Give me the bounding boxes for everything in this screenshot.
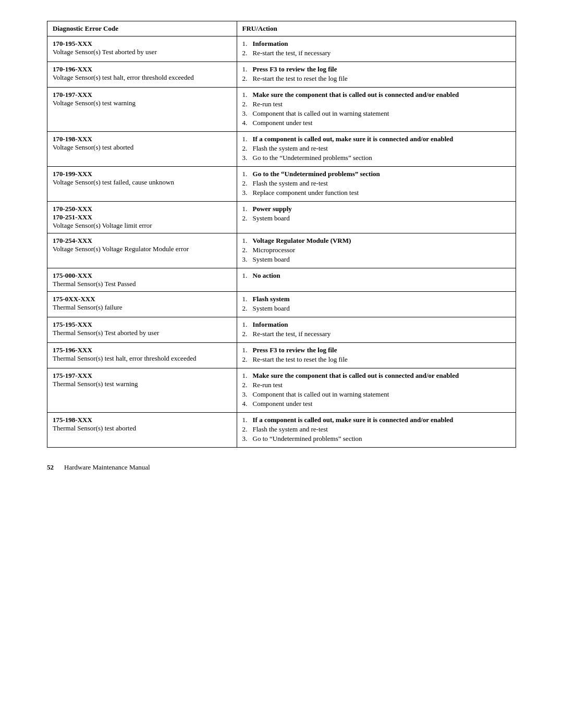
action-text: Go to the “Undetermined problems” sectio… — [253, 170, 510, 178]
table-row: 170-195-XXXVoltage Sensor(s) Test aborte… — [47, 36, 516, 62]
action-text: Component under test — [253, 119, 510, 127]
action-number: 1. — [242, 272, 251, 280]
action-text: Component under test — [253, 400, 510, 408]
error-code: 170-195-XXX — [53, 40, 92, 47]
fru-action-item: 2.System board — [242, 304, 510, 313]
action-number: 1. — [242, 91, 251, 99]
fru-action-list: 1.Press F3 to review the log file2.Re-st… — [242, 346, 510, 364]
action-number: 1. — [242, 372, 251, 380]
fru-action-item: 2.Re-run test — [242, 381, 510, 389]
footer: 52 Hardware Maintenance Manual — [47, 463, 516, 472]
fru-action-list: 1.Voltage Regulator Module (VRM)2.Microp… — [242, 237, 510, 264]
action-number: 1. — [242, 320, 251, 329]
action-number: 4. — [242, 400, 251, 408]
error-description: Thermal Sensor(s) test aborted — [53, 424, 136, 432]
fru-action-cell: 1.Information2.Re-start the test, if nec… — [237, 317, 516, 343]
fru-action-list: 1.Flash system2.System board — [242, 295, 510, 313]
action-number: 1. — [242, 170, 251, 178]
fru-action-list: 1.Information2.Re-start the test, if nec… — [242, 40, 510, 57]
action-number: 3. — [242, 390, 251, 399]
error-code-cell: 170-250-XXX170-251-XXXVoltage Sensor(s) … — [47, 202, 237, 233]
fru-action-cell: 1.Go to the “Undetermined problems” sect… — [237, 167, 516, 202]
error-description: Voltage Sensor(s) test halt, error thres… — [53, 73, 194, 81]
action-number: 2. — [242, 330, 251, 338]
table-row: 175-198-XXXThermal Sensor(s) test aborte… — [47, 413, 516, 448]
fru-action-list: 1.Go to the “Undetermined problems” sect… — [242, 170, 510, 197]
action-number: 4. — [242, 119, 251, 127]
fru-action-item: 2.Microprocessor — [242, 246, 510, 254]
fru-action-list: 1.If a component is called out, make sur… — [242, 416, 510, 443]
fru-action-list: 1.Make sure the component that is called… — [242, 372, 510, 408]
fru-action-cell: 1.Voltage Regulator Module (VRM)2.Microp… — [237, 233, 516, 268]
action-number: 1. — [242, 65, 251, 73]
error-code-cell: 170-198-XXXVoltage Sensor(s) test aborte… — [47, 132, 237, 167]
fru-action-item: 1.Go to the “Undetermined problems” sect… — [242, 170, 510, 178]
fru-action-list: 1.If a component is called out, make sur… — [242, 135, 510, 162]
fru-action-item: 1.Information — [242, 320, 510, 329]
fru-action-item: 1.Information — [242, 40, 510, 48]
fru-action-item: 2.Flash the system and re-test — [242, 179, 510, 188]
fru-action-item: 4.Component under test — [242, 400, 510, 408]
error-code: 175-0XX-XXX — [53, 295, 95, 303]
action-text: System board — [253, 304, 510, 313]
action-text: Replace component under function test — [253, 189, 510, 197]
fru-action-cell: 1.No action — [237, 268, 516, 292]
action-text: Make sure the component that is called o… — [253, 91, 510, 99]
action-number: 2. — [242, 381, 251, 389]
action-text: Go to the “Undetermined problems” sectio… — [253, 154, 510, 162]
footer-label: Hardware Maintenance Manual — [64, 463, 150, 472]
action-number: 3. — [242, 435, 251, 443]
action-text: Re-start the test, if necessary — [253, 49, 510, 57]
diagnostic-table: Diagnostic Error Code FRU/Action 170-195… — [47, 21, 516, 448]
action-text: Flash the system and re-test — [253, 179, 510, 188]
fru-action-list: 1.No action — [242, 272, 510, 280]
fru-action-item: 1.Voltage Regulator Module (VRM) — [242, 237, 510, 245]
action-number: 2. — [242, 49, 251, 57]
table-row: 170-196-XXXVoltage Sensor(s) test halt, … — [47, 62, 516, 88]
fru-action-item: 3.System board — [242, 255, 510, 264]
error-code: 170-251-XXX — [53, 213, 92, 221]
fru-action-cell: 1.Make sure the component that is called… — [237, 368, 516, 413]
error-code: 170-196-XXX — [53, 65, 92, 73]
action-text: Go to “Undetermined problems” section — [253, 435, 510, 443]
table-row: 175-195-XXXThermal Sensor(s) Test aborte… — [47, 317, 516, 343]
fru-action-item: 3.Go to the “Undetermined problems” sect… — [242, 154, 510, 162]
action-text: Re-run test — [253, 381, 510, 389]
action-number: 1. — [242, 237, 251, 245]
error-code: 170-250-XXX — [53, 205, 92, 213]
action-text: Re-start the test, if necessary — [253, 330, 510, 338]
fru-action-item: 3.Replace component under function test — [242, 189, 510, 197]
action-number: 3. — [242, 255, 251, 264]
action-text: Voltage Regulator Module (VRM) — [253, 237, 510, 245]
error-code: 170-254-XXX — [53, 237, 92, 244]
error-code-cell: 170-195-XXXVoltage Sensor(s) Test aborte… — [47, 36, 237, 62]
action-number: 2. — [242, 304, 251, 313]
error-description: Thermal Sensor(s) failure — [53, 303, 123, 311]
page-container: Diagnostic Error Code FRU/Action 170-195… — [47, 21, 516, 472]
fru-action-cell: 1.If a component is called out, make sur… — [237, 132, 516, 167]
fru-action-item: 1.Flash system — [242, 295, 510, 303]
error-code-cell: 175-196-XXXThermal Sensor(s) test halt, … — [47, 343, 237, 368]
fru-action-cell: 1.Flash system2.System board — [237, 292, 516, 317]
col-header-code: Diagnostic Error Code — [47, 21, 237, 36]
fru-action-item: 2.Re-start the test, if necessary — [242, 49, 510, 57]
error-description: Thermal Sensor(s) Test aborted by user — [53, 329, 159, 337]
action-number: 1. — [242, 205, 251, 213]
error-code: 175-000-XXX — [53, 272, 92, 279]
action-text: Press F3 to review the log file — [253, 346, 510, 354]
action-text: System board — [253, 255, 510, 264]
fru-action-item: 2.System board — [242, 214, 510, 223]
action-number: 3. — [242, 154, 251, 162]
fru-action-item: 1.Press F3 to review the log file — [242, 65, 510, 73]
action-text: Component that is called out in warning … — [253, 109, 510, 118]
page-number: 52 — [47, 463, 54, 472]
action-number: 3. — [242, 189, 251, 197]
action-number: 1. — [242, 346, 251, 354]
fru-action-item: 2.Re-run test — [242, 100, 510, 108]
error-description: Voltage Sensor(s) Voltage Regulator Modu… — [53, 245, 189, 253]
error-code-cell: 175-197-XXXThermal Sensor(s) test warnin… — [47, 368, 237, 413]
error-code-cell: 170-199-XXXVoltage Sensor(s) test failed… — [47, 167, 237, 202]
fru-action-item: 3.Component that is called out in warnin… — [242, 109, 510, 118]
action-number: 2. — [242, 75, 251, 83]
fru-action-item: 2.Re-start the test to reset the log fil… — [242, 355, 510, 364]
